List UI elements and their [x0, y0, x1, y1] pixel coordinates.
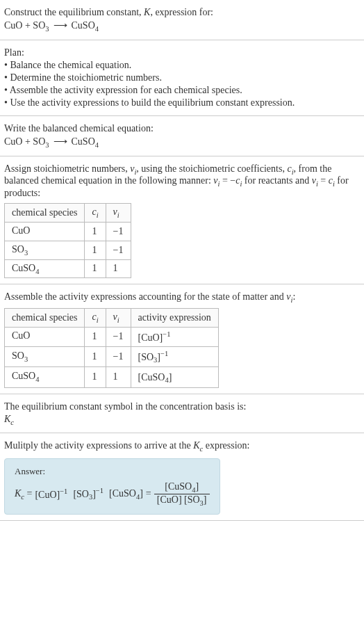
table-row: CuSO4 1 1	[5, 259, 131, 278]
plan-bullet-4: • Use the activity expressions to build …	[4, 97, 360, 108]
cell-c: 1	[85, 259, 106, 278]
symbol-section: The equilibrium constant symbol in the c…	[0, 394, 364, 434]
symbol-Kc: Kc	[4, 414, 360, 426]
stoich-text-d: for reactants and	[242, 175, 311, 186]
activity-text: Assemble the activity expressions accoun…	[4, 291, 360, 304]
cell-activity: [CuO]−1	[131, 327, 218, 346]
plus: +	[22, 136, 33, 147]
act-close: ]	[169, 372, 172, 382]
cell-c: 1	[85, 222, 106, 241]
col-species: chemical species	[5, 204, 85, 223]
arrow-icon: ⟶	[49, 136, 72, 147]
answer-section: Mulitply the activity expressions to arr…	[0, 433, 364, 520]
lhs: Kc =	[15, 488, 32, 501]
product-1: CuSO	[72, 136, 95, 147]
answer-box: Answer: Kc = [CuO]−1 [SO3]−1 [CuSO4] = […	[4, 458, 220, 515]
sp: CuSO	[12, 371, 35, 381]
cell-c: 1	[85, 346, 106, 366]
reactant-1: CuO	[4, 20, 22, 31]
cell-activity: [SO3]−1	[131, 346, 218, 366]
plus: +	[22, 20, 33, 31]
answer-equation: Kc = [CuO]−1 [SO3]−1 [CuSO4] = [CuSO4] […	[15, 481, 210, 507]
table-row: CuSO4 1 1 [CuSO4]	[5, 367, 219, 387]
act: [CuO]	[138, 332, 163, 343]
sp-sub: 3	[24, 355, 28, 363]
multiply-text: Mulitply the activity expressions to arr…	[4, 440, 360, 453]
table-header-row: chemical species ci νi activity expressi…	[5, 309, 219, 328]
col-nu-sub: i	[117, 316, 119, 324]
table-header-row: chemical species ci νi	[5, 204, 131, 223]
K-sub: c	[10, 418, 14, 426]
product-1-sub: 4	[95, 25, 99, 33]
balanced-heading: Write the balanced chemical equation:	[4, 123, 360, 134]
prompt-text-1: Construct the equilibrium constant,	[4, 7, 144, 17]
col-c: ci	[85, 204, 106, 223]
table-row: CuO 1 −1	[5, 222, 131, 241]
den-close: ]	[204, 494, 207, 505]
plan-bullet-1: • Balance the chemical equation.	[4, 60, 360, 71]
act-sup: −1	[163, 330, 170, 338]
act: [CuSO	[138, 372, 165, 382]
prompt-K: K	[144, 7, 150, 17]
sp: SO	[12, 350, 24, 361]
sp: CuO	[12, 225, 30, 236]
sp: SO	[12, 244, 24, 255]
act-sup: −1	[160, 350, 168, 357]
answer-label: Answer:	[15, 466, 210, 477]
table-row: CuO 1 −1 [CuO]−1	[5, 327, 219, 346]
reactant-2: SO	[33, 20, 45, 31]
symbol-text: The equilibrium constant symbol in the c…	[4, 401, 360, 412]
act: [SO	[138, 351, 154, 362]
t1: [CuO]	[35, 490, 60, 500]
sp-sub: 4	[35, 376, 39, 383]
col-c-sub: i	[97, 316, 99, 324]
numerator: [CuSO4]	[154, 481, 210, 494]
reactant-1: CuO	[4, 136, 22, 147]
plan-bullet-3: • Assemble the activity expression for e…	[4, 85, 360, 96]
col-c: ci	[85, 309, 106, 328]
t2-sup: −1	[96, 487, 104, 494]
cell-species: CuO	[5, 222, 85, 241]
col-nu-sub: i	[117, 211, 119, 219]
rel-eq-neg: = −	[220, 175, 235, 186]
rel2-eq: =	[318, 175, 329, 186]
cell-c: 1	[85, 327, 106, 346]
prompt-text-2: , expression for:	[150, 7, 213, 17]
cell-species: CuO	[5, 327, 85, 346]
reactant-2: SO	[33, 136, 45, 147]
eq-sign: =	[24, 488, 32, 499]
cell-species: CuSO4	[5, 259, 85, 278]
stoich-text: Assign stoichiometric numbers, νi, using…	[4, 163, 360, 200]
mult-text-a: Mulitply the activity expressions to arr…	[4, 440, 193, 451]
cell-nu: −1	[106, 346, 131, 366]
K-symbol: K	[4, 414, 10, 424]
activity-table: chemical species ci νi activity expressi…	[4, 308, 219, 387]
cell-activity: [CuSO4]	[131, 367, 218, 387]
product-1-sub: 4	[95, 141, 99, 149]
prompt-line: Construct the equilibrium constant, K, e…	[4, 7, 360, 18]
col-activity: activity expression	[131, 309, 218, 328]
plan-heading: Plan:	[4, 47, 360, 58]
sp-sub: 3	[24, 249, 28, 257]
col-nu: νi	[106, 204, 131, 223]
t2: [SO	[73, 489, 89, 499]
activity-section: Assemble the activity expressions accoun…	[0, 284, 364, 394]
col-species: chemical species	[5, 309, 85, 328]
balanced-equation: CuO + SO3⟶CuSO4	[4, 136, 360, 149]
prompt-section: Construct the equilibrium constant, K, e…	[0, 0, 364, 40]
cell-species: CuSO4	[5, 367, 85, 387]
mult-text-b: expression:	[203, 440, 249, 451]
stoich-text-b: , using the stoichiometric coefficients,	[136, 163, 287, 174]
denominator: [CuO] [SO3]	[154, 494, 210, 507]
t3: [CuSO	[109, 488, 136, 499]
stoich-section: Assign stoichiometric numbers, νi, using…	[0, 156, 364, 285]
sp: CuSO	[12, 263, 35, 273]
K-symbol: K	[15, 488, 21, 499]
cell-nu: 1	[106, 367, 131, 387]
term-2: [SO3]−1	[73, 487, 104, 501]
eq-sign-2: =	[146, 488, 151, 499]
cell-c: 1	[85, 241, 106, 259]
term-1: [CuO]−1	[35, 487, 67, 501]
prompt-equation: CuO + SO3⟶CuSO4	[4, 19, 360, 33]
t1-sup: −1	[60, 487, 67, 495]
